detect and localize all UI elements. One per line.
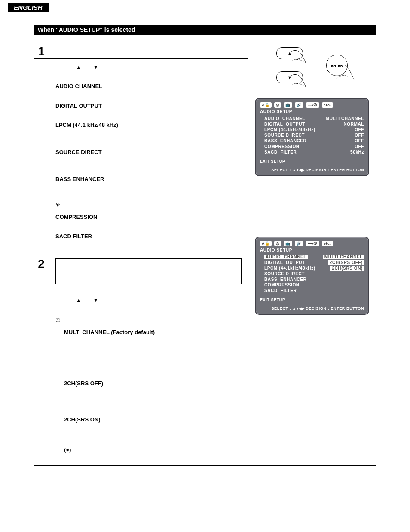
cursor2-up-icon: ▲ (76, 298, 81, 303)
osd-parental-icon: ⟶⦿ (306, 241, 319, 246)
cursor2-text-pre: Use the (55, 297, 76, 303)
cursor-up-icon: ▲ (76, 65, 81, 70)
osd1-row5-v: OFF (355, 144, 364, 149)
item-lpcm-desc: Use this to set the digital audio output… (55, 129, 242, 144)
cursor-text-pre: Use the (55, 64, 76, 70)
item-audio-channel-title: AUDIO CHANNEL (55, 83, 242, 90)
item-compression-desc: Use this to set the dynamic range output… (55, 221, 242, 228)
osd2-title: AUDIO SETUP (260, 248, 364, 252)
osd-lang-icon: A🔒 (260, 102, 272, 108)
osd-lang-icon: A🔒 (260, 241, 272, 246)
opt-2ch-off-title: 2CH(SRS OFF) (64, 380, 242, 387)
cursor-down-icon: ▼ (93, 65, 98, 70)
note-symbol-icon: ※ (55, 202, 60, 208)
arrow-cluster-icon (292, 168, 304, 172)
osd1-row6-k: SACD FILTER (264, 150, 297, 154)
osd1-exit: EXIT SETUP (260, 159, 364, 163)
opt-2ch-on-title: 2CH(SRS ON) (64, 416, 242, 424)
item-compression-title: COMPRESSION (55, 213, 242, 221)
step-2-body: Use the ▲ and ▼ cursor buttons to select… (49, 59, 248, 465)
osd2-row0-k: AUDIO CHANNEL (264, 255, 308, 259)
osd-speaker-icon: 🔊 (295, 241, 303, 246)
osd-tv-icon: 📺 (284, 241, 292, 246)
main-frame: 1 See page 46. 2 Use the ▲ and ▼ cursor … (34, 41, 376, 466)
osd2-row4-k: BASS ENHANCER (264, 277, 306, 282)
left-column: 1 See page 46. 2 Use the ▲ and ▼ cursor … (34, 41, 248, 465)
osd1-row3-v: OFF (355, 133, 364, 138)
osd-etc-label: etc. (322, 102, 333, 108)
item-audio-channel-desc: Use this to set the audio output signal … (55, 90, 242, 98)
osd1-row4-k: BASS ENHANCER (264, 138, 306, 143)
osd1-title: AUDIO SETUP (260, 109, 364, 114)
osd1-icon-bar: A🔒 ◎ 📺 🔊 ⟶⦿ etc. (260, 102, 364, 108)
opt-multi-title: MULTI CHANNEL (Factory default) (64, 329, 242, 336)
osd-tv-icon: 📺 (284, 102, 292, 108)
osd1-footer: SELECT : DECISION : ENTER BUTTON (260, 168, 364, 172)
osd1-row2-v: OFF (355, 127, 364, 132)
opt-multi-desc2: When MULTI CHANNEL is selected, the spea… (64, 351, 242, 374)
circled-1-icon: ① (55, 317, 61, 323)
right-column: ▲ ▼ ENTER (248, 41, 376, 465)
remote-illustration: ▲ ▼ ENTER (255, 47, 369, 83)
osd1-row2-k: LPCM (44.1kHz/48kHz) (264, 127, 315, 132)
hand-press-icon-2 (288, 73, 312, 90)
osd2-footer: SELECT : DECISION : ENTER BUTTON (260, 306, 364, 311)
arrow-cluster-icon (292, 306, 304, 311)
item-digital-output-desc: Use this to select the digital output's … (55, 110, 242, 117)
step-1-body: See page 46. (49, 41, 248, 58)
osd2-row1-v: 2CH(SRS OFF) (328, 260, 364, 265)
hand-press-icon-3 (336, 64, 359, 83)
osd-disc-icon: ◎ (274, 241, 281, 246)
step-1-hidden-text: See page 46. (55, 46, 89, 52)
opt-multi-desc1: Select this when connected to an amplifi… (64, 336, 242, 351)
osd1-row6-v: 50kHz (350, 150, 364, 154)
language-tab: ENGLISH (8, 3, 49, 12)
step-1-number: 1 (34, 41, 49, 58)
osd2-row3-k: SOURCE D IRECT (264, 271, 305, 276)
section-title: When "AUDIO SETUP" is selected (34, 25, 376, 35)
osd1-row0-v: MULTI CHANNEL (326, 116, 364, 121)
item-lpcm-title: LPCM (44.1 kHz/48 kHz) (55, 121, 242, 129)
cursor2-down-icon: ▼ (93, 298, 98, 303)
osd2-row2-v: 2CH(SRS ON) (330, 266, 364, 271)
step-2-row: 2 Use the ▲ and ▼ cursor buttons to sele… (34, 59, 248, 465)
osd-speaker-icon: 🔊 (295, 102, 303, 108)
opt-2ch-on-desc1: When you connected to a 2-channel audio … (64, 424, 242, 446)
note-box-hidden-text: Only valid with multi-channel output, wh… (60, 263, 233, 277)
osd-disc-icon: ◎ (274, 102, 281, 108)
osd2-exit: EXIT SETUP (260, 298, 364, 302)
osd2-row5-k: COMPRESSION (264, 283, 300, 287)
osd2-icon-bar: A🔒 ◎ 📺 🔊 ⟶⦿ etc. (260, 241, 364, 246)
note-box: Only valid with multi-channel output, wh… (55, 258, 242, 284)
audio-channel-setting-lead: Setting the AUDIO CHANNEL (62, 317, 136, 323)
note-text: Only valid when the analog 2-channel mod… (62, 202, 200, 208)
osd1-row1-k: DIGITAL OUTPUT (264, 122, 305, 126)
osd-parental-icon: ⟶⦿ (306, 102, 319, 108)
osd1-row1-v: NORMAL (344, 122, 364, 126)
hand-press-icon (288, 49, 312, 66)
srs-logo-icon: (●) (64, 446, 71, 453)
cursor2-text-mid: and (83, 297, 93, 303)
cursor-text-mid: and (83, 64, 93, 70)
item-source-direct-title: SOURCE DIRECT (55, 148, 242, 156)
osd1-row4-v: OFF (355, 138, 364, 143)
osd2-row1-k: DIGITAL OUTPUT (264, 260, 305, 265)
osd-screen-2: A🔒 ◎ 📺 🔊 ⟶⦿ etc. AUDIO SETUP AUDIO CHANN… (255, 237, 369, 315)
item-digital-output-title: DIGITAL OUTPUT (55, 102, 242, 110)
step-2-number: 2 (34, 59, 49, 465)
audio-sel-lead: When AUDIO CHANNEL is selected: (55, 289, 242, 296)
osd2-row2-k: LPCM (44.1kHz/48kHz) (264, 266, 315, 271)
osd-etc-label: etc. (322, 241, 333, 246)
osd1-row5-k: COMPRESSION (264, 144, 300, 149)
item-bass-enhancer-desc: Use this to set whether or not to output… (55, 183, 242, 198)
osd2-row0-v: MULTI CHANNEL (323, 255, 364, 259)
opt-2ch-on-desc2: is a trademark of SRS Labs, Inc. TruSurr… (64, 446, 220, 461)
osd1-row3-k: SOURCE D IRECT (264, 133, 305, 138)
item-bass-enhancer-title: BASS ENHANCER (55, 175, 242, 183)
item-source-direct-desc: When the source direct mode is set to "O… (55, 156, 242, 171)
item-sacd-filter-desc: Use this to set the filter frequency of … (55, 240, 242, 255)
osd2-row6-k: SACD FILTER (264, 288, 297, 293)
osd1-row0-k: AUDIO CHANNEL (264, 116, 305, 121)
osd-screen-1: A🔒 ◎ 📺 🔊 ⟶⦿ etc. AUDIO SETUP AUDIO CHANN… (255, 98, 369, 176)
step-1-row: 1 See page 46. (34, 41, 248, 59)
